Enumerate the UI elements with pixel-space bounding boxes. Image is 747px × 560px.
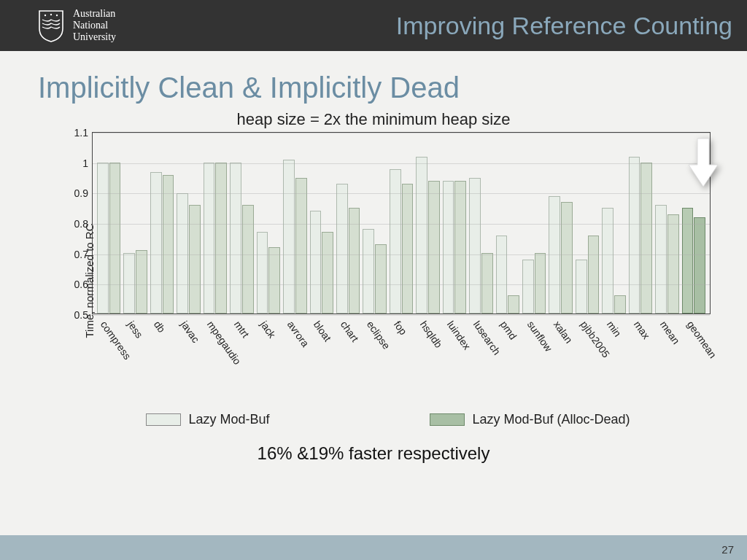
bar-group	[469, 133, 492, 314]
grid-line	[93, 133, 710, 133]
x-tick-label: bloat	[309, 316, 333, 316]
x-tick-label: lusearch	[469, 316, 493, 316]
bar-group	[283, 133, 306, 314]
bar	[576, 260, 587, 314]
bar	[163, 175, 174, 314]
x-tick-label: mpegaudio	[203, 316, 227, 316]
y-tick-label: 0.8	[74, 218, 88, 230]
x-tick-label: mtrt	[230, 316, 254, 316]
grid-line	[93, 193, 710, 194]
bar	[363, 229, 374, 314]
chart: Time, normalized to RC 0.50.60.70.80.911…	[38, 132, 718, 402]
bar	[508, 295, 519, 314]
bar-group	[177, 133, 200, 314]
bar	[295, 178, 307, 314]
institution-line: Australian	[73, 8, 116, 20]
x-tick-label: javac	[177, 316, 201, 316]
footer-bar: 27	[0, 535, 747, 560]
bar	[535, 253, 546, 314]
bar	[629, 157, 640, 314]
y-tick-label: 0.9	[74, 187, 88, 199]
bar-group	[655, 133, 678, 314]
bar	[454, 181, 466, 314]
x-tick-label: pmd	[496, 316, 520, 316]
bar-group	[496, 133, 519, 314]
plot-area: 0.50.60.70.80.911.1	[92, 132, 711, 314]
x-tick-label: jess	[123, 316, 147, 316]
bar	[402, 184, 414, 314]
bar	[257, 232, 268, 314]
svg-point-1	[50, 13, 52, 15]
bar-group	[522, 133, 546, 314]
bar	[522, 260, 534, 314]
bar	[667, 214, 679, 314]
bar	[390, 169, 401, 314]
bar	[242, 205, 254, 314]
y-tick-label: 0.7	[74, 249, 88, 260]
slide-title: Implicitly Clean & Implicitly Dead	[38, 71, 747, 104]
bar	[215, 163, 227, 314]
bar-group	[443, 133, 466, 314]
bar-group	[549, 133, 572, 314]
header-title: Improving Reference Counting	[396, 12, 732, 40]
bar	[123, 253, 135, 314]
legend: Lazy Mod-Buf Lazy Mod-Buf (Alloc-Dead)	[29, 412, 747, 427]
bar-group	[150, 133, 174, 314]
bar	[614, 295, 626, 314]
bar	[469, 178, 481, 314]
bar	[496, 236, 508, 314]
grid-line	[93, 163, 710, 164]
y-tick-label: 0.6	[74, 279, 88, 290]
svg-point-0	[44, 14, 46, 15]
chart-title: heap size = 2x the minimum heap size	[0, 110, 747, 129]
bar	[336, 184, 348, 314]
x-tick-label: avrora	[283, 316, 307, 316]
grid-line	[93, 224, 710, 225]
legend-item-series1: Lazy Mod-Buf	[146, 412, 269, 427]
bar	[561, 202, 573, 314]
grid-line	[93, 254, 710, 255]
x-tick-label: luindex	[443, 316, 467, 316]
y-tick-label: 1	[82, 158, 88, 169]
x-tick-label: eclipse	[363, 316, 387, 316]
bar-group	[230, 133, 253, 314]
x-tick-label: jack	[256, 316, 280, 316]
down-arrow-icon	[687, 137, 719, 188]
y-tick-label: 0.5	[74, 309, 88, 321]
bar-group	[602, 133, 625, 314]
bar	[443, 181, 454, 314]
bar	[416, 157, 427, 314]
bar	[97, 163, 109, 314]
bar-group	[363, 133, 386, 314]
bar-group	[416, 133, 439, 314]
bar	[428, 181, 440, 314]
bar-group	[576, 133, 599, 314]
x-tick-label: mean	[656, 316, 680, 316]
bar	[204, 163, 215, 314]
institution-logo: Australian National University	[36, 8, 116, 43]
bar-group	[257, 133, 280, 314]
institution-line: National	[73, 20, 116, 31]
bar	[322, 232, 333, 314]
svg-point-2	[56, 14, 58, 15]
bar-group	[310, 133, 333, 314]
callout-text: 16% &19% faster respectively	[0, 443, 747, 464]
institution-line: University	[73, 31, 116, 43]
bar-group	[390, 133, 413, 314]
bar-group	[123, 133, 147, 314]
bar-group	[629, 133, 652, 314]
bar	[640, 163, 652, 314]
y-tick-label: 1.1	[74, 127, 88, 139]
header-bar: Australian National University Improving…	[0, 0, 747, 51]
legend-swatch-icon	[430, 413, 465, 426]
bar-group	[97, 133, 120, 314]
bar	[588, 236, 600, 314]
page-number: 27	[721, 543, 734, 556]
x-tick-label: pjbb2005	[576, 316, 600, 316]
x-tick-label: max	[629, 316, 653, 316]
bar	[283, 160, 295, 314]
x-tick-label: min	[603, 316, 627, 316]
bar-group	[204, 133, 227, 314]
bar	[109, 163, 121, 314]
bar	[136, 250, 147, 314]
